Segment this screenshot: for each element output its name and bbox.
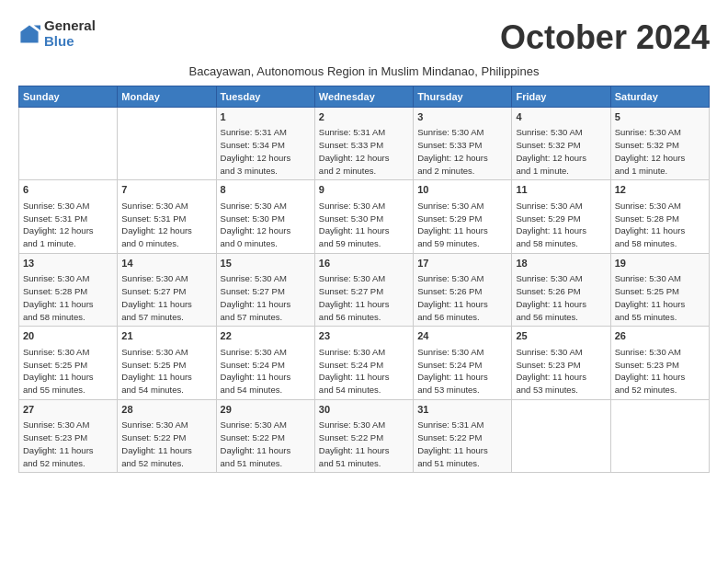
day-info: Sunrise: 5:31 AM Sunset: 5:34 PM Dayligh…	[221, 126, 311, 177]
calendar-cell: 14Sunrise: 5:30 AM Sunset: 5:27 PM Dayli…	[118, 253, 216, 326]
calendar-cell: 1Sunrise: 5:31 AM Sunset: 5:34 PM Daylig…	[216, 108, 314, 180]
day-number: 27	[23, 403, 113, 417]
day-number: 29	[221, 403, 311, 417]
calendar-cell	[512, 399, 610, 472]
day-number: 9	[319, 183, 409, 197]
day-info: Sunrise: 5:30 AM Sunset: 5:24 PM Dayligh…	[417, 346, 507, 396]
day-number: 8	[221, 183, 311, 197]
day-info: Sunrise: 5:30 AM Sunset: 5:28 PM Dayligh…	[615, 200, 705, 250]
calendar-cell: 8Sunrise: 5:30 AM Sunset: 5:30 PM Daylig…	[216, 180, 314, 253]
week-row-3: 20Sunrise: 5:30 AM Sunset: 5:25 PM Dayli…	[19, 327, 710, 399]
calendar-cell: 4Sunrise: 5:30 AM Sunset: 5:32 PM Daylig…	[512, 108, 610, 180]
day-number: 24	[417, 329, 507, 343]
day-info: Sunrise: 5:30 AM Sunset: 5:26 PM Dayligh…	[516, 272, 606, 323]
day-number: 31	[417, 403, 507, 417]
day-info: Sunrise: 5:30 AM Sunset: 5:24 PM Dayligh…	[221, 346, 311, 396]
calendar-body: 1Sunrise: 5:31 AM Sunset: 5:34 PM Daylig…	[19, 108, 710, 473]
calendar-cell: 24Sunrise: 5:30 AM Sunset: 5:24 PM Dayli…	[414, 327, 512, 399]
calendar-cell: 9Sunrise: 5:30 AM Sunset: 5:30 PM Daylig…	[314, 180, 413, 253]
logo: General Blue	[18, 18, 96, 49]
calendar-cell: 13Sunrise: 5:30 AM Sunset: 5:28 PM Dayli…	[19, 253, 118, 326]
day-number: 4	[516, 110, 606, 124]
calendar-cell	[610, 399, 709, 472]
day-info: Sunrise: 5:31 AM Sunset: 5:22 PM Dayligh…	[417, 419, 507, 469]
logo-icon	[18, 23, 40, 45]
calendar-cell: 21Sunrise: 5:30 AM Sunset: 5:25 PM Dayli…	[118, 327, 216, 399]
header-tuesday: Tuesday	[216, 86, 314, 108]
calendar-cell: 16Sunrise: 5:30 AM Sunset: 5:27 PM Dayli…	[314, 253, 413, 326]
day-number: 10	[417, 183, 507, 197]
day-info: Sunrise: 5:30 AM Sunset: 5:22 PM Dayligh…	[121, 419, 211, 469]
calendar-cell: 19Sunrise: 5:30 AM Sunset: 5:25 PM Dayli…	[610, 253, 709, 326]
day-number: 23	[319, 329, 409, 343]
calendar-cell: 27Sunrise: 5:30 AM Sunset: 5:23 PM Dayli…	[19, 399, 118, 472]
day-number: 14	[121, 257, 211, 270]
day-info: Sunrise: 5:30 AM Sunset: 5:22 PM Dayligh…	[319, 419, 409, 469]
day-number: 26	[615, 329, 705, 343]
day-info: Sunrise: 5:30 AM Sunset: 5:22 PM Dayligh…	[221, 419, 311, 469]
calendar-cell: 30Sunrise: 5:30 AM Sunset: 5:22 PM Dayli…	[314, 399, 413, 472]
day-info: Sunrise: 5:30 AM Sunset: 5:27 PM Dayligh…	[221, 272, 311, 323]
day-info: Sunrise: 5:30 AM Sunset: 5:25 PM Dayligh…	[121, 346, 211, 396]
logo-text: General Blue	[44, 18, 96, 49]
day-info: Sunrise: 5:30 AM Sunset: 5:27 PM Dayligh…	[121, 272, 211, 323]
calendar-cell	[118, 108, 216, 180]
calendar-cell: 17Sunrise: 5:30 AM Sunset: 5:26 PM Dayli…	[414, 253, 512, 326]
calendar-cell: 20Sunrise: 5:30 AM Sunset: 5:25 PM Dayli…	[19, 327, 118, 399]
page-header: General Blue October 2024	[18, 18, 710, 57]
day-number: 13	[23, 257, 113, 270]
day-info: Sunrise: 5:30 AM Sunset: 5:29 PM Dayligh…	[516, 200, 606, 250]
calendar-table: SundayMondayTuesdayWednesdayThursdayFrid…	[18, 86, 710, 473]
day-info: Sunrise: 5:30 AM Sunset: 5:25 PM Dayligh…	[615, 272, 705, 323]
day-info: Sunrise: 5:30 AM Sunset: 5:33 PM Dayligh…	[417, 126, 507, 177]
day-info: Sunrise: 5:30 AM Sunset: 5:24 PM Dayligh…	[319, 346, 409, 396]
day-info: Sunrise: 5:30 AM Sunset: 5:28 PM Dayligh…	[23, 272, 113, 323]
day-number: 1	[221, 110, 311, 124]
calendar-cell: 7Sunrise: 5:30 AM Sunset: 5:31 PM Daylig…	[118, 180, 216, 253]
logo-blue-text: Blue	[44, 34, 96, 50]
calendar-cell: 26Sunrise: 5:30 AM Sunset: 5:23 PM Dayli…	[610, 327, 709, 399]
day-info: Sunrise: 5:30 AM Sunset: 5:23 PM Dayligh…	[23, 419, 113, 469]
header-wednesday: Wednesday	[314, 86, 413, 108]
day-number: 19	[615, 257, 705, 270]
day-number: 11	[516, 183, 606, 197]
day-number: 25	[516, 329, 606, 343]
page-subtitle: Bacayawan, Autonomous Region in Muslim M…	[18, 64, 710, 78]
day-number: 20	[23, 329, 113, 343]
day-number: 2	[319, 110, 409, 124]
header-friday: Friday	[512, 86, 610, 108]
header-sunday: Sunday	[19, 86, 118, 108]
day-info: Sunrise: 5:30 AM Sunset: 5:31 PM Dayligh…	[121, 200, 211, 250]
calendar-cell: 6Sunrise: 5:30 AM Sunset: 5:31 PM Daylig…	[19, 180, 118, 253]
header-row: SundayMondayTuesdayWednesdayThursdayFrid…	[19, 86, 710, 108]
calendar-cell: 28Sunrise: 5:30 AM Sunset: 5:22 PM Dayli…	[118, 399, 216, 472]
day-number: 15	[221, 257, 311, 270]
day-info: Sunrise: 5:30 AM Sunset: 5:32 PM Dayligh…	[516, 126, 606, 177]
calendar-cell: 11Sunrise: 5:30 AM Sunset: 5:29 PM Dayli…	[512, 180, 610, 253]
day-number: 22	[221, 329, 311, 343]
day-number: 30	[319, 403, 409, 417]
day-number: 3	[417, 110, 507, 124]
calendar-cell: 10Sunrise: 5:30 AM Sunset: 5:29 PM Dayli…	[414, 180, 512, 253]
day-info: Sunrise: 5:30 AM Sunset: 5:23 PM Dayligh…	[615, 346, 705, 396]
calendar-cell: 22Sunrise: 5:30 AM Sunset: 5:24 PM Dayli…	[216, 327, 314, 399]
header-saturday: Saturday	[610, 86, 709, 108]
day-number: 17	[417, 257, 507, 270]
week-row-0: 1Sunrise: 5:31 AM Sunset: 5:34 PM Daylig…	[19, 108, 710, 180]
day-info: Sunrise: 5:30 AM Sunset: 5:31 PM Dayligh…	[23, 200, 113, 250]
month-title: October 2024	[500, 18, 710, 57]
calendar-cell: 12Sunrise: 5:30 AM Sunset: 5:28 PM Dayli…	[610, 180, 709, 253]
day-info: Sunrise: 5:30 AM Sunset: 5:25 PM Dayligh…	[23, 346, 113, 396]
day-number: 28	[121, 403, 211, 417]
calendar-cell	[19, 108, 118, 180]
day-info: Sunrise: 5:30 AM Sunset: 5:23 PM Dayligh…	[516, 346, 606, 396]
day-info: Sunrise: 5:30 AM Sunset: 5:32 PM Dayligh…	[615, 126, 705, 177]
logo-general-text: General	[44, 18, 96, 34]
calendar-header: SundayMondayTuesdayWednesdayThursdayFrid…	[19, 86, 710, 108]
calendar-cell: 29Sunrise: 5:30 AM Sunset: 5:22 PM Dayli…	[216, 399, 314, 472]
week-row-4: 27Sunrise: 5:30 AM Sunset: 5:23 PM Dayli…	[19, 399, 710, 472]
calendar-cell: 18Sunrise: 5:30 AM Sunset: 5:26 PM Dayli…	[512, 253, 610, 326]
day-info: Sunrise: 5:30 AM Sunset: 5:27 PM Dayligh…	[319, 272, 409, 323]
day-number: 12	[615, 183, 705, 197]
calendar-cell: 25Sunrise: 5:30 AM Sunset: 5:23 PM Dayli…	[512, 327, 610, 399]
